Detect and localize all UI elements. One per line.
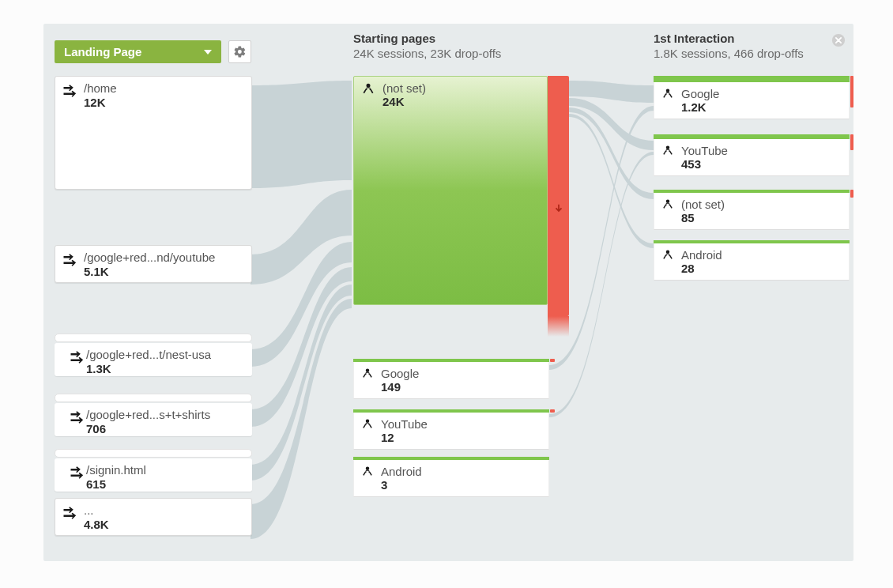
- node-value: 706: [86, 422, 210, 435]
- landing-page-node-more[interactable]: ... 4.8K: [55, 498, 252, 536]
- through-traffic-icon: [69, 465, 85, 484]
- node-value: 85: [681, 211, 725, 224]
- dimension-selector[interactable]: Landing Page: [55, 40, 221, 63]
- user-flow-icon: [661, 198, 675, 217]
- user-flow-icon: [360, 367, 375, 386]
- node-path: (not set): [382, 81, 426, 95]
- node-value: 615: [86, 477, 146, 491]
- starting-page-node-primary[interactable]: (not set) 24K: [353, 76, 548, 305]
- column-title: 1st Interaction: [654, 32, 843, 45]
- user-flow-icon: [360, 81, 376, 102]
- node-path: /google+red...t/nest-usa: [86, 348, 211, 361]
- starting-page-node[interactable]: Android 3: [353, 460, 549, 497]
- remove-column-button[interactable]: [831, 33, 846, 47]
- node-path: /home: [84, 81, 117, 95]
- node-path: Android: [381, 465, 422, 478]
- user-flow-icon: [360, 417, 375, 436]
- landing-page-node[interactable]: /google+red...s+t+shirts 706: [55, 403, 252, 436]
- node-bar: [55, 394, 252, 402]
- node-path: Google: [381, 367, 419, 380]
- behavior-flow-canvas: Landing Page Starting pages 24K sessions…: [43, 24, 853, 561]
- settings-button[interactable]: [228, 40, 251, 63]
- landing-page-node[interactable]: /home 12K: [55, 76, 252, 190]
- node-path: YouTube: [681, 144, 728, 157]
- landing-page-node[interactable]: /google+red...nd/youtube 5.1K: [55, 245, 252, 283]
- node-path: ...: [84, 503, 109, 517]
- node-value: 1.2K: [681, 100, 719, 114]
- gear-icon: [233, 45, 247, 58]
- node-path: YouTube: [381, 417, 428, 431]
- node-value: 3: [381, 478, 422, 492]
- column-subtitle: 1.8K sessions, 466 drop-offs: [654, 47, 843, 60]
- chevron-down-icon: [204, 50, 212, 55]
- node-value: 453: [681, 157, 728, 171]
- dropoff-fade: [548, 316, 569, 337]
- first-interaction-node[interactable]: Google 1.2K: [654, 82, 850, 119]
- first-interaction-node[interactable]: Android 28: [654, 243, 850, 281]
- node-path: /signin.html: [86, 463, 146, 477]
- node-path: /google+red...s+t+shirts: [86, 408, 210, 421]
- node-path: /google+red...nd/youtube: [84, 251, 215, 264]
- first-interaction-node[interactable]: (not set) 85: [654, 193, 850, 230]
- dropoff-sliver: [850, 76, 853, 107]
- node-value: 24K: [382, 95, 426, 108]
- landing-page-node[interactable]: /signin.html 615: [55, 458, 252, 492]
- node-path: Google: [681, 87, 719, 100]
- user-flow-icon: [661, 87, 675, 106]
- node-bar: [55, 334, 252, 342]
- column-header-starting-pages: Starting pages 24K sessions, 23K drop-of…: [353, 32, 559, 60]
- node-top-bar: [654, 76, 850, 82]
- through-traffic-icon: [62, 83, 77, 102]
- dropoff-sliver: [850, 190, 853, 198]
- column-header-first-interaction: 1st Interaction 1.8K sessions, 466 drop-…: [654, 32, 843, 60]
- through-traffic-icon: [69, 349, 85, 368]
- dimension-selector-label: Landing Page: [64, 45, 141, 58]
- node-bar: [55, 449, 252, 458]
- dropoff-sliver: [550, 359, 555, 362]
- node-value: 28: [681, 262, 722, 275]
- through-traffic-icon: [62, 505, 77, 524]
- node-value: 1.3K: [86, 362, 211, 375]
- dropoff-sliver: [550, 409, 555, 413]
- node-path: (not set): [681, 198, 725, 211]
- user-flow-icon: [661, 248, 675, 267]
- node-value: 5.1K: [84, 265, 215, 278]
- column-subtitle: 24K sessions, 23K drop-offs: [353, 47, 559, 60]
- column-title: Starting pages: [353, 32, 559, 45]
- through-traffic-icon: [69, 409, 85, 428]
- node-value: 12: [381, 431, 428, 444]
- close-icon: [831, 33, 846, 47]
- dropoff-arrow-icon: [553, 202, 564, 218]
- node-path: Android: [681, 248, 722, 262]
- landing-page-node[interactable]: /google+red...t/nest-usa 1.3K: [55, 343, 252, 376]
- starting-page-node[interactable]: YouTube 12: [353, 413, 549, 450]
- first-interaction-node[interactable]: YouTube 453: [654, 139, 850, 176]
- dropoff-sliver: [850, 134, 853, 150]
- starting-page-node[interactable]: Google 149: [353, 362, 549, 399]
- through-traffic-icon: [62, 252, 77, 271]
- dropoff-bar[interactable]: [548, 76, 569, 316]
- user-flow-icon: [661, 144, 675, 163]
- node-value: 4.8K: [84, 518, 109, 531]
- node-value: 12K: [84, 96, 117, 109]
- node-value: 149: [381, 380, 419, 394]
- user-flow-icon: [360, 465, 375, 484]
